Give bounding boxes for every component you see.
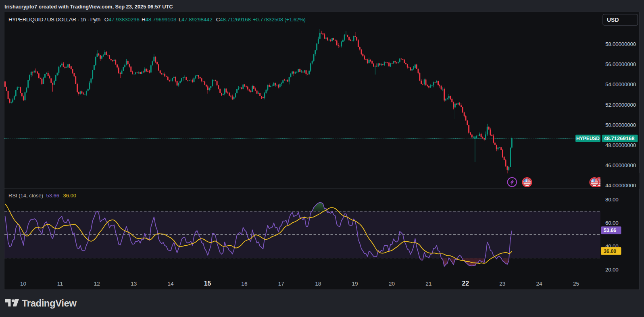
svg-text:24: 24 [536,281,543,287]
svg-text:C48.71269168: C48.71269168 [216,17,251,23]
svg-text:20.00: 20.00 [605,267,619,273]
svg-text:25: 25 [573,281,579,287]
svg-text:54.00000000: 54.00000000 [605,81,636,87]
svg-text:trishacrypto7 created with Tra: trishacrypto7 created with TradingView.c… [4,4,173,10]
svg-text:50.00000000: 50.00000000 [605,122,636,128]
svg-text:L47.89298442: L47.89298442 [179,17,213,23]
svg-text:60.00: 60.00 [605,220,619,226]
svg-text:O47.93830296: O47.93830296 [104,17,140,23]
svg-text:18: 18 [315,281,321,287]
svg-text:20: 20 [389,281,395,287]
svg-text:HYPEUSD: HYPEUSD [576,136,600,141]
svg-text:23: 23 [499,281,505,287]
svg-text:HYPERLIQUID / US DOLLAR · 1h ·: HYPERLIQUID / US DOLLAR · 1h · Pyth [8,17,100,23]
svg-text:56.00000000: 56.00000000 [605,61,636,67]
svg-text:36.00: 36.00 [604,249,616,254]
svg-text:53.66: 53.66 [604,228,616,233]
svg-text:48.00000000: 48.00000000 [605,142,636,148]
svg-text:19: 19 [352,281,358,287]
svg-text:48.71269168: 48.71269168 [604,135,635,141]
svg-text:USD: USD [607,17,619,23]
svg-text:58.00000000: 58.00000000 [605,41,636,47]
svg-text:TradingView: TradingView [22,298,77,309]
svg-text:22: 22 [462,280,469,287]
svg-text:17: 17 [278,281,284,287]
svg-text:36.00: 36.00 [63,193,77,199]
svg-text:44.00000000: 44.00000000 [605,182,636,189]
svg-text:10: 10 [20,281,27,287]
svg-text:RSI (14, close): RSI (14, close) [8,193,43,199]
svg-text:14: 14 [168,281,174,287]
svg-text:H48.79699103: H48.79699103 [142,17,176,23]
svg-text:+0.77832508 (+1.62%): +0.77832508 (+1.62%) [253,17,306,23]
svg-text:13: 13 [131,281,137,287]
svg-text:52.00000000: 52.00000000 [605,102,636,108]
svg-text:53.66: 53.66 [46,193,60,199]
svg-text:12: 12 [94,281,100,287]
svg-text:11: 11 [57,281,63,287]
svg-text:16: 16 [241,281,247,287]
svg-text:46.00000000: 46.00000000 [605,162,636,168]
svg-text:21: 21 [425,281,431,287]
svg-text:15: 15 [204,280,211,287]
svg-text:80.00: 80.00 [605,197,619,203]
